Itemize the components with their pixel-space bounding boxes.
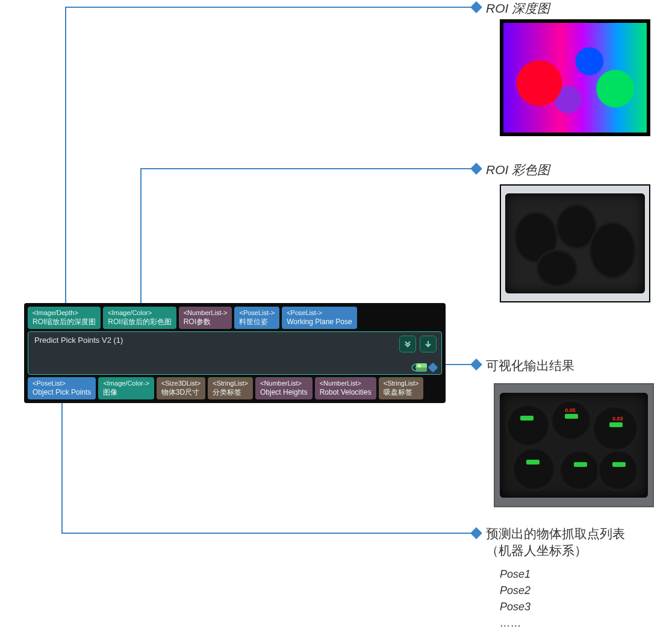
chevrons-down-icon (403, 340, 412, 348)
port-label: Object Pick Points (33, 388, 91, 397)
viz-output-indicator[interactable] (416, 363, 437, 372)
port-type: <PoseList> (33, 380, 91, 388)
input-port-3[interactable]: <PoseList->料筐位姿 (234, 307, 279, 329)
node-output-ports: <PoseList>Object Pick Points<Image/Color… (28, 377, 442, 399)
port-type: <NumberList-> (184, 309, 228, 318)
port-type: <Image/Depth> (33, 309, 96, 318)
port-label: Object Heights (260, 388, 308, 397)
port-label: 料筐位姿 (239, 318, 275, 327)
port-label: Robot Velocities (320, 388, 372, 397)
input-port-0[interactable]: <Image/Depth>ROI缩放后的深度图 (28, 307, 101, 329)
thumbnail-roi-depth (500, 19, 650, 136)
callout-diamond-viz (470, 358, 482, 371)
port-type: <Size3DList> (161, 380, 201, 388)
port-label: 物体3D尺寸 (161, 388, 201, 397)
output-port-5[interactable]: <NumberList>Robot Velocities (315, 377, 376, 399)
port-label: Working Plane Pose (287, 318, 352, 327)
pose-item-more: …… (500, 615, 530, 631)
image-icon (416, 363, 427, 372)
callout-diamond-depth (470, 1, 482, 13)
port-label: ROI参数 (184, 318, 228, 327)
callout-label-viz: 可视化输出结果 (486, 357, 574, 374)
pose-list: Pose1 Pose2 Pose3 …… (500, 566, 530, 631)
port-type: <StringList> (384, 380, 419, 388)
thumbnail-viz-output: 0.05 0.83 (494, 383, 654, 507)
port-label: 分类标签 (213, 388, 248, 397)
callout-diamond-pick (470, 527, 482, 539)
arrow-down-icon (424, 340, 432, 348)
port-label: ROI缩放后的深度图 (33, 318, 96, 327)
output-port-6[interactable]: <StringList>吸盘标签 (379, 377, 424, 399)
port-label: ROI缩放后的彩色图 (108, 318, 171, 327)
node-input-ports: <Image/Depth>ROI缩放后的深度图<Image/Color>ROI缩… (28, 307, 442, 329)
output-port-1[interactable]: <Image/Color->图像 (98, 377, 154, 399)
diamond-icon (428, 362, 438, 372)
port-type: <PoseList-> (287, 309, 352, 318)
pose-item: Pose1 (500, 566, 530, 583)
pose-item: Pose3 (500, 599, 530, 615)
callout-label-depth: ROI 深度图 (486, 0, 550, 17)
output-port-4[interactable]: <NumberList>Object Heights (255, 377, 313, 399)
input-port-2[interactable]: <NumberList->ROI参数 (179, 307, 232, 329)
callout-pick-line1: 预测出的物体抓取点列表 (486, 525, 625, 542)
node-body[interactable]: Predict Pick Points V2 (1) (28, 331, 442, 375)
callout-pick-line2: （机器人坐标系） (486, 542, 625, 559)
node-title: Predict Pick Points V2 (1) (34, 336, 123, 345)
port-type: <NumberList> (320, 380, 372, 388)
callout-label-color: ROI 彩色图 (486, 161, 550, 178)
input-port-1[interactable]: <Image/Color>ROI缩放后的彩色图 (103, 307, 176, 329)
input-port-4[interactable]: <PoseList->Working Plane Pose (282, 307, 357, 329)
callout-label-pick: 预测出的物体抓取点列表 （机器人坐标系） (486, 525, 625, 559)
output-port-0[interactable]: <PoseList>Object Pick Points (28, 377, 96, 399)
output-port-2[interactable]: <Size3DList>物体3D尺寸 (157, 377, 205, 399)
expand-all-button[interactable] (399, 336, 416, 352)
port-type: <Image/Color-> (103, 380, 149, 388)
pose-item: Pose2 (500, 583, 530, 599)
port-label: 图像 (103, 388, 149, 397)
port-type: <PoseList-> (239, 309, 275, 318)
callout-diamond-color (470, 163, 482, 175)
port-label: 吸盘标签 (384, 388, 419, 397)
download-button[interactable] (420, 336, 437, 352)
output-port-3[interactable]: <StringList>分类标签 (208, 377, 253, 399)
port-type: <NumberList> (260, 380, 308, 388)
port-type: <StringList> (213, 380, 248, 388)
port-type: <Image/Color> (108, 309, 171, 318)
node-predict-pick-points[interactable]: <Image/Depth>ROI缩放后的深度图<Image/Color>ROI缩… (24, 303, 446, 403)
thumbnail-roi-color (500, 184, 650, 302)
